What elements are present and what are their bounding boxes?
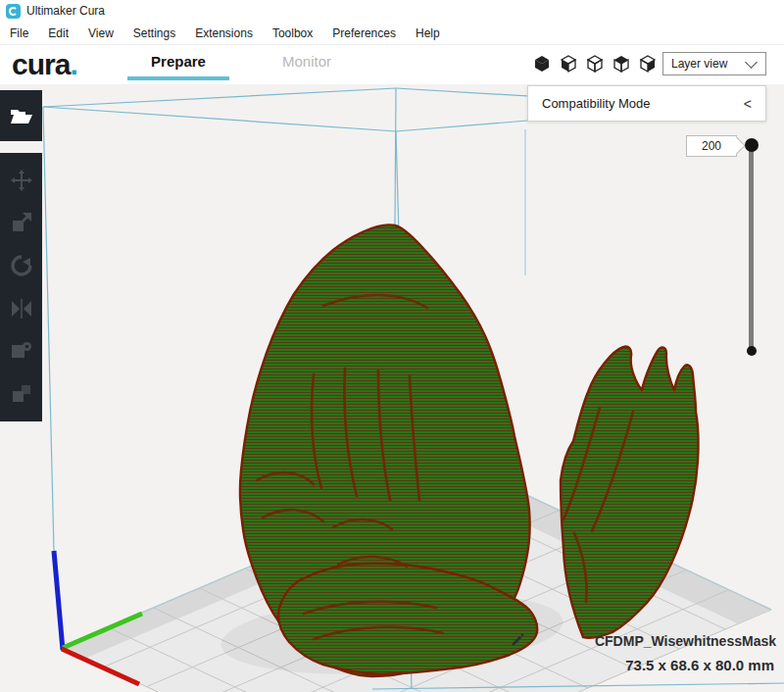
layer-view-dropdown[interactable]: Layer view [662, 52, 766, 75]
model-mesh[interactable] [240, 224, 699, 676]
per-model-settings-icon [10, 339, 33, 363]
open-folder-icon [10, 107, 33, 124]
layer-view-dropdown-value: Layer view [663, 57, 747, 71]
model-name-label: CFDMP_WisewhitnessMask [595, 633, 776, 649]
mirror-icon [10, 297, 33, 321]
layer-slider-handle[interactable] [745, 138, 759, 152]
scene-canvas[interactable] [0, 84, 784, 692]
rotate-icon [10, 254, 33, 277]
view-front-icon[interactable] [559, 54, 578, 74]
tool-panel [0, 153, 42, 421]
cura-logo: cura. [12, 48, 77, 81]
view-top-icon[interactable] [585, 54, 605, 74]
main-header: cura. Prepare Monitor Layer view [0, 45, 784, 85]
scale-tool-button[interactable] [7, 208, 36, 237]
chevron-down-icon [745, 56, 758, 69]
layer-slider-track[interactable] [749, 145, 754, 353]
menu-settings[interactable]: Settings [123, 26, 185, 40]
menu-view[interactable]: View [78, 26, 123, 40]
compatibility-mode-label: Compatibility Mode [528, 96, 744, 111]
menu-bar: File Edit View Settings Extensions Toolb… [0, 22, 784, 45]
cura-app-icon [6, 4, 21, 19]
menu-toolbox[interactable]: Toolbox [263, 26, 322, 40]
tab-active-underline [127, 76, 229, 80]
layer-slider-value-badge: 200 [686, 135, 737, 157]
menu-edit[interactable]: Edit [38, 26, 78, 40]
per-model-settings-button[interactable] [7, 336, 36, 366]
camera-view-buttons [532, 54, 658, 74]
logo-dot: . [70, 48, 76, 80]
layer-slider-end-dot [747, 346, 757, 356]
model-dimensions-label: 73.5 x 68.6 x 80.0 mm [510, 657, 776, 673]
menu-help[interactable]: Help [406, 26, 450, 40]
scale-icon [10, 211, 33, 234]
model-info: CFDMP_WisewhitnessMask 73.5 x 68.6 x 80.… [510, 633, 776, 673]
collapse-panel-icon[interactable]: < [744, 96, 765, 112]
support-blocker-icon [10, 382, 33, 406]
menu-preferences[interactable]: Preferences [322, 26, 406, 40]
support-blocker-button[interactable] [7, 379, 36, 409]
menu-extensions[interactable]: Extensions [185, 26, 263, 40]
window-title: Ultimaker Cura [26, 4, 105, 18]
3d-viewport[interactable]: Compatibility Mode < 200 CFDMP_Wisewhitn… [0, 84, 784, 692]
title-bar: Ultimaker Cura [0, 0, 784, 22]
compatibility-mode-panel[interactable]: Compatibility Mode < [527, 85, 766, 122]
view-right-icon[interactable] [638, 54, 658, 74]
move-icon [10, 169, 33, 192]
mirror-tool-button[interactable] [7, 294, 36, 323]
menu-file[interactable]: File [0, 26, 38, 40]
tab-prepare[interactable]: Prepare [127, 53, 229, 70]
edit-name-icon[interactable] [510, 633, 524, 648]
tab-monitor[interactable]: Monitor [263, 53, 351, 70]
axis-z [54, 551, 63, 650]
move-tool-button[interactable] [7, 166, 36, 195]
open-file-button[interactable] [0, 90, 42, 141]
rotate-tool-button[interactable] [7, 251, 36, 280]
view-left-icon[interactable] [612, 54, 631, 74]
view-3d-icon[interactable] [532, 54, 552, 74]
